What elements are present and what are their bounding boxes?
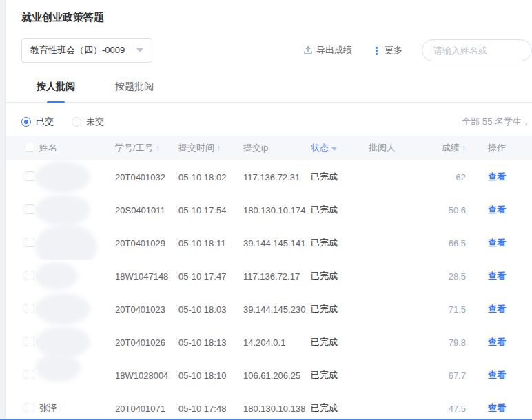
class-select[interactable]: 教育性班会（四）-0009 — [21, 38, 152, 63]
page-title: 就业创业政策答题 — [21, 11, 532, 24]
view-link[interactable]: 查看 — [488, 403, 506, 413]
tab-review-by-person[interactable]: 按人批阅 — [37, 81, 75, 102]
status-text: 已完成 — [311, 326, 369, 359]
submit-ip: 106.61.206.25 — [243, 359, 311, 392]
col-header-student-id[interactable]: 学号/工号↑ — [115, 136, 178, 160]
status-text: 已完成 — [311, 193, 369, 227]
submit-time: 05-10 18:03 — [178, 293, 243, 326]
row-checkbox[interactable] — [25, 238, 34, 247]
table-row: 20S0401011 05-10 17:54 180.130.10.174 已完… — [6, 193, 532, 227]
sort-asc-icon: ↑ — [156, 143, 160, 153]
export-icon — [303, 45, 313, 55]
row-checkbox[interactable] — [25, 271, 34, 280]
status-text: 已完成 — [311, 392, 369, 420]
student-id: 18W1028004 — [115, 359, 178, 392]
filter-caret-icon — [331, 147, 337, 151]
table-row: 张泽 20T0401071 05-10 17:48 180.130.10.138… — [6, 392, 532, 420]
redacted-name-blur — [35, 262, 78, 290]
export-scores-label: 导出成绩 — [316, 44, 352, 56]
redacted-name-blur — [35, 194, 90, 226]
submit-time: 05-10 18:02 — [178, 160, 243, 193]
reviewer — [369, 293, 429, 326]
row-checkbox[interactable] — [25, 171, 34, 181]
active-tab-underline — [47, 101, 65, 103]
reviewer — [369, 160, 429, 193]
col-header-status-filter[interactable]: 状态 — [311, 136, 369, 160]
table-row: 18W1028004 05-10 18:10 106.61.206.25 已完成… — [6, 359, 532, 392]
reviewer — [369, 326, 429, 359]
submit-ip: 117.136.72.17 — [243, 260, 311, 293]
row-checkbox[interactable] — [25, 370, 34, 379]
score-value: 50.6 — [429, 193, 488, 227]
view-link[interactable]: 查看 — [488, 337, 506, 347]
view-link[interactable]: 查看 — [488, 370, 506, 380]
score-value: 66.5 — [429, 227, 488, 260]
status-text: 已完成 — [311, 260, 369, 293]
row-checkbox[interactable] — [25, 337, 34, 346]
submit-ip: 180.130.10.138 — [243, 392, 311, 420]
table-body: 20T0401032 05-10 18:02 117.136.72.31 已完成… — [6, 160, 532, 420]
view-link[interactable]: 查看 — [488, 204, 506, 215]
table-row: 18W1047148 05-10 17:47 117.136.72.17 已完成… — [6, 260, 532, 293]
table-row: 20T0401029 05-10 18:11 39.144.145.141 已完… — [6, 227, 532, 260]
vertical-dots-icon: ⋮ — [371, 45, 382, 56]
submit-ip: 117.136.72.31 — [243, 160, 311, 193]
table-row: 20T0401026 05-10 18:13 14.204.0.1 已完成 79… — [6, 326, 532, 359]
more-button[interactable]: ⋮ 更多 — [371, 44, 402, 56]
submit-ip: 14.204.0.1 — [243, 326, 311, 359]
col-header-reviewer: 批阅人 — [369, 136, 429, 160]
radio-submitted[interactable]: 已交 — [21, 116, 54, 128]
score-value: 62 — [429, 160, 488, 193]
reviewer — [369, 193, 429, 227]
col-header-submit-time[interactable]: 提交时间↑ — [178, 136, 243, 160]
students-table: 姓名 学号/工号↑ 提交时间↑ 提交ip 状态 批阅人 成绩↑ 操作 20T04… — [6, 136, 532, 420]
reviewer — [369, 392, 429, 420]
row-checkbox[interactable] — [25, 304, 34, 313]
toolbar: 教育性班会（四）-0009 导出成绩 ⋮ 更多 — [6, 38, 532, 63]
table-header-row: 姓名 学号/工号↑ 提交时间↑ 提交ip 状态 批阅人 成绩↑ 操作 — [6, 136, 532, 160]
filter-row: 已交 未交 全部 55 名学生， — [6, 116, 532, 128]
score-value: 79.8 — [429, 326, 488, 359]
submit-time: 05-10 18:10 — [178, 359, 243, 392]
view-link[interactable]: 查看 — [488, 304, 506, 314]
status-text: 已完成 — [311, 359, 369, 392]
status-text: 已完成 — [311, 227, 369, 260]
select-all-checkbox[interactable] — [25, 143, 34, 152]
submit-ip: 180.130.10.174 — [243, 193, 311, 227]
export-scores-button[interactable]: 导出成绩 — [303, 44, 352, 56]
page-left-gutter — [0, 0, 6, 420]
submit-time: 05-10 17:48 — [178, 392, 243, 420]
row-checkbox[interactable] — [25, 403, 34, 412]
search-input[interactable] — [422, 39, 532, 61]
row-checkbox[interactable] — [25, 204, 34, 214]
score-value: 28.5 — [429, 260, 488, 293]
student-id: 20S0401011 — [115, 193, 178, 227]
col-header-score[interactable]: 成绩↑ — [429, 136, 488, 160]
redacted-name-blur — [35, 293, 90, 325]
radio-not-submitted[interactable]: 未交 — [72, 116, 104, 128]
tab-review-by-question[interactable]: 按题批阅 — [115, 81, 154, 102]
student-count-summary: 全部 55 名学生， — [462, 116, 531, 128]
tab-bar: 按人批阅 按题批阅 — [6, 81, 532, 103]
submit-ip: 39.144.145.230 — [243, 293, 311, 326]
student-name: 张泽 — [39, 403, 57, 413]
class-select-value: 教育性班会（四）-0009 — [30, 44, 131, 56]
score-value: 47.5 — [429, 392, 488, 420]
submit-ip: 39.144.145.141 — [243, 227, 311, 260]
more-label: 更多 — [385, 44, 402, 56]
student-id: 18W1047148 — [115, 260, 178, 293]
submit-time: 05-10 18:13 — [178, 326, 243, 359]
score-value: 67.7 — [429, 359, 488, 392]
table-row: 20T0401023 05-10 18:03 39.144.145.230 已完… — [6, 293, 532, 326]
reviewer — [369, 227, 429, 260]
redacted-name-blur — [35, 353, 81, 382]
student-id: 20T0401071 — [115, 392, 178, 420]
status-text: 已完成 — [311, 293, 369, 326]
submit-time: 05-10 17:47 — [178, 260, 243, 293]
radio-off-icon — [72, 117, 81, 127]
view-link[interactable]: 查看 — [488, 271, 506, 281]
view-link[interactable]: 查看 — [488, 238, 506, 248]
table-row: 20T0401032 05-10 18:02 117.136.72.31 已完成… — [6, 160, 532, 193]
student-id: 20T0401029 — [115, 227, 178, 260]
view-link[interactable]: 查看 — [488, 171, 506, 182]
